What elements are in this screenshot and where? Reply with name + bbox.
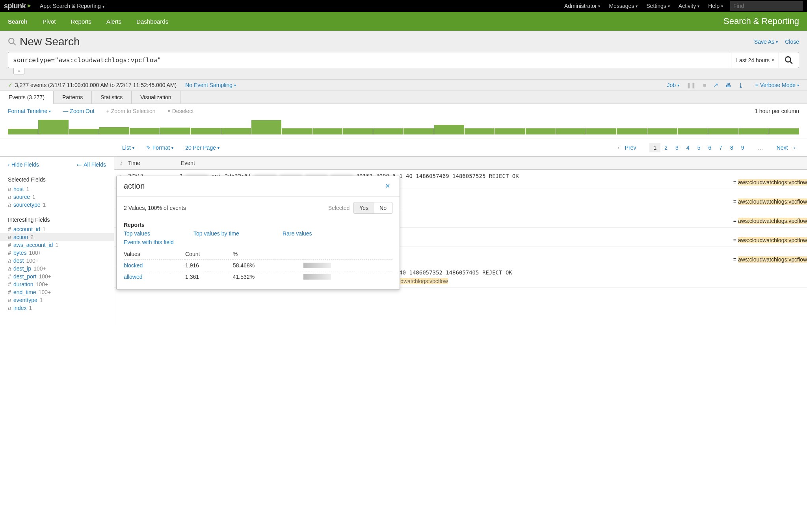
link-events-with-field[interactable]: Events with this field	[124, 239, 174, 245]
export-icon[interactable]: ⭳	[738, 82, 744, 88]
selected-fields-title: Selected Fields	[8, 176, 106, 183]
col-time[interactable]: Time	[128, 160, 179, 166]
svg-line-3	[790, 61, 792, 64]
list-view[interactable]: List▾	[122, 145, 134, 151]
timeline-scale: 1 hour per column	[755, 108, 799, 114]
nav-alerts[interactable]: Alerts	[106, 18, 121, 25]
field-popup: action ✕ 2 Values, 100% of events Select…	[116, 176, 400, 290]
pager-3[interactable]: 3	[671, 143, 682, 152]
stop-icon[interactable]: ■	[703, 82, 706, 88]
tab-statistics[interactable]: Statistics	[92, 91, 132, 104]
nav-search[interactable]: Search	[8, 18, 28, 25]
job-menu[interactable]: Job▾	[667, 82, 679, 88]
field-bytes[interactable]: #bytes100+	[8, 249, 106, 257]
value-link[interactable]: blocked	[124, 262, 143, 269]
field-dest_port[interactable]: #dest_port100+	[8, 272, 106, 280]
menu-administrator[interactable]: Administrator▾	[564, 3, 600, 9]
print-icon[interactable]: 🖶	[725, 82, 731, 88]
search-input[interactable]: sourcetype="aws:cloudwatchlogs:vpcflow"	[8, 52, 731, 68]
zoom-to-selection[interactable]: + Zoom to Selection	[106, 108, 156, 114]
zoom-out[interactable]: — Zoom Out	[63, 108, 94, 114]
page-title: New Search	[8, 35, 80, 48]
tab-events[interactable]: Events (3,277)	[0, 91, 54, 104]
pager-prev[interactable]: ‹ Prev	[614, 143, 644, 152]
save-as[interactable]: Save As▾	[754, 39, 778, 45]
time-range-picker[interactable]: Last 24 hours▾	[731, 52, 779, 68]
find-input[interactable]	[730, 1, 803, 11]
field-dest[interactable]: adest100+	[8, 257, 106, 265]
check-icon: ✓	[8, 82, 13, 88]
field-dest_ip[interactable]: adest_ip100+	[8, 265, 106, 272]
popup-title: action	[124, 182, 383, 191]
event-count: 3,277 events (2/1/17 11:00:00.000 AM to …	[15, 82, 177, 88]
interesting-fields-title: Interesting Fields	[8, 217, 106, 223]
menu-activity[interactable]: Activity▾	[679, 3, 699, 9]
nav-reports[interactable]: Reports	[71, 18, 91, 25]
tab-patterns[interactable]: Patterns	[54, 91, 92, 104]
pager-5[interactable]: 5	[694, 143, 705, 152]
share-icon[interactable]: ↗	[714, 82, 718, 88]
field-aws_account_id[interactable]: #aws_account_id1	[8, 241, 106, 249]
field-duration[interactable]: #duration100+	[8, 280, 106, 288]
event-sampling[interactable]: No Event Sampling▾	[185, 82, 236, 88]
deselect[interactable]: × Deselect	[167, 108, 194, 114]
field-action[interactable]: aaction2	[0, 233, 114, 241]
menu-settings[interactable]: Settings▾	[646, 3, 670, 9]
pager-8[interactable]: 8	[726, 143, 737, 152]
app-title: Search & Reporting	[723, 16, 799, 26]
field-sourcetype[interactable]: asourcetype1	[8, 201, 106, 209]
app-menu[interactable]: App: Search & Reporting ▾	[40, 3, 104, 9]
menu-help[interactable]: Help▾	[708, 3, 723, 9]
link-top-values[interactable]: Top values	[124, 230, 150, 237]
close-button[interactable]: Close	[785, 39, 799, 45]
pager-next[interactable]: Next ›	[769, 143, 799, 152]
svg-point-2	[785, 57, 790, 62]
field-host[interactable]: ahost1	[8, 185, 106, 193]
link-rare-values[interactable]: Rare values	[283, 230, 312, 237]
tab-visualization[interactable]: Visualization	[132, 91, 180, 104]
selected-no[interactable]: No	[374, 202, 392, 213]
menu-messages[interactable]: Messages▾	[609, 3, 638, 9]
svg-line-1	[13, 43, 16, 45]
col-info: i	[114, 160, 128, 166]
search-mode[interactable]: ≡ Verbose Mode▾	[755, 82, 799, 88]
timeline-chart[interactable]	[8, 118, 799, 135]
close-icon[interactable]: ✕	[383, 182, 392, 191]
field-source[interactable]: asource1	[8, 193, 106, 201]
format-events[interactable]: ✎Format▾	[146, 145, 173, 151]
col-event: Event	[179, 160, 807, 166]
pager-9[interactable]: 9	[737, 143, 748, 152]
field-eventtype[interactable]: aeventtype1	[8, 296, 106, 304]
popup-summary: 2 Values, 100% of events	[124, 205, 186, 211]
pager-7[interactable]: 7	[715, 143, 726, 152]
field-account_id[interactable]: #account_id1	[8, 225, 106, 233]
reports-heading: Reports	[124, 222, 392, 228]
selected-label: Selected	[328, 205, 350, 211]
nav-pivot[interactable]: Pivot	[43, 18, 56, 25]
pause-icon[interactable]: ❚❚	[686, 82, 696, 88]
all-fields[interactable]: ≔ All Fields	[76, 161, 106, 168]
splunk-logo: splunk	[4, 2, 33, 10]
search-expand[interactable]: ▾	[13, 68, 24, 74]
pager: ‹ Prev 123456789 … Next ›	[614, 143, 799, 152]
selected-yes[interactable]: Yes	[354, 202, 374, 213]
search-icon	[8, 37, 17, 46]
pager-2[interactable]: 2	[660, 143, 671, 152]
per-page[interactable]: 20 Per Page▾	[185, 145, 219, 151]
svg-point-0	[9, 38, 14, 43]
hide-fields[interactable]: ‹ Hide Fields	[8, 161, 39, 168]
field-end_time[interactable]: #end_time100+	[8, 288, 106, 296]
search-button[interactable]	[779, 52, 799, 68]
search-icon	[785, 56, 793, 65]
link-top-values-by-time[interactable]: Top values by time	[193, 230, 239, 237]
pager-4[interactable]: 4	[682, 143, 694, 152]
format-timeline[interactable]: Format Timeline▾	[8, 108, 51, 114]
pager-1[interactable]: 1	[649, 143, 660, 152]
pager-6[interactable]: 6	[704, 143, 715, 152]
field-index[interactable]: aindex1	[8, 304, 106, 312]
nav-dashboards[interactable]: Dashboards	[136, 18, 168, 25]
value-link[interactable]: allowed	[124, 274, 142, 280]
